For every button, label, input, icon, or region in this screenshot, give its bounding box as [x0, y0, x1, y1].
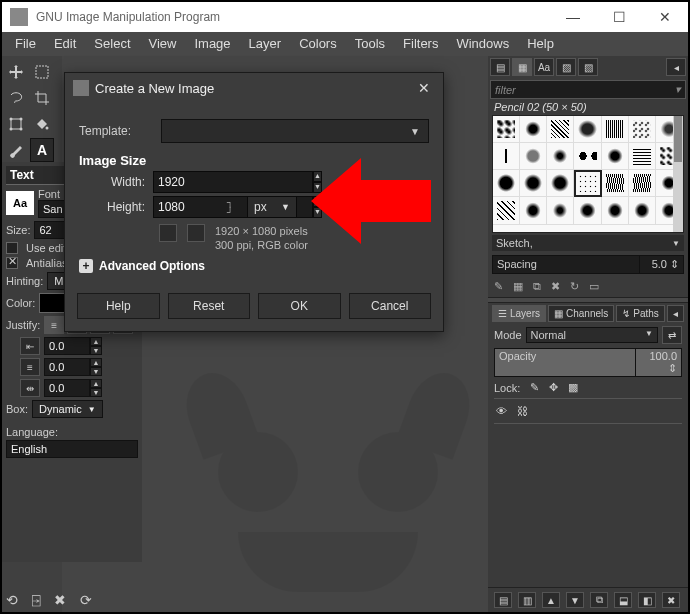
- menu-tools[interactable]: Tools: [346, 34, 394, 53]
- refresh-brush-icon[interactable]: ↻: [570, 280, 579, 293]
- brush-filter-input[interactable]: filter ▾: [490, 80, 686, 99]
- close-button[interactable]: ✕: [642, 2, 688, 32]
- unit-dropdown[interactable]: px: [247, 196, 297, 218]
- brush-tab-strip: ▤ ▦ Aa ▨ ▧ ◂: [488, 56, 688, 78]
- chain-link-icon[interactable]: ┐┘: [221, 197, 239, 217]
- del-brush-icon[interactable]: ✖: [551, 280, 560, 293]
- minimize-button[interactable]: —: [550, 2, 596, 32]
- menu-view[interactable]: View: [140, 34, 186, 53]
- lock-alpha-icon[interactable]: ▩: [568, 381, 578, 394]
- layer-row[interactable]: 👁 ⛓: [494, 403, 682, 419]
- box-dropdown[interactable]: Dynamic: [32, 400, 103, 418]
- spacing-label: Spacing: [492, 255, 640, 274]
- orientation-landscape-icon[interactable]: [187, 224, 205, 242]
- spacing-value[interactable]: 5.0 ⇕: [640, 255, 684, 274]
- brush-category-dropdown[interactable]: Sketch,: [492, 235, 684, 251]
- language-input[interactable]: [6, 440, 138, 458]
- move-tool[interactable]: [4, 60, 28, 84]
- layer-list[interactable]: 👁 ⛓: [494, 398, 682, 424]
- menu-edit[interactable]: Edit: [45, 34, 85, 53]
- link-icon[interactable]: ⛓: [517, 405, 528, 417]
- menubar: File Edit Select View Image Layer Colors…: [2, 32, 688, 54]
- tab-layers[interactable]: ☰Layers: [492, 305, 546, 322]
- mode-dropdown[interactable]: Normal: [526, 327, 658, 343]
- advanced-options-toggle[interactable]: + Advanced Options: [79, 259, 429, 273]
- crop-tool[interactable]: [30, 86, 54, 110]
- reset-options-icon[interactable]: ⟲: [6, 592, 18, 608]
- tab-icon-1[interactable]: ▤: [490, 58, 510, 76]
- brush-grid[interactable]: [492, 115, 684, 233]
- tab-icon-3[interactable]: Aa: [534, 58, 554, 76]
- lasso-tool[interactable]: [4, 86, 28, 110]
- transform-tool[interactable]: [4, 112, 28, 136]
- edit-brush-icon[interactable]: ✎: [494, 280, 503, 293]
- dialog-icon: [73, 80, 89, 96]
- brush-tool[interactable]: [4, 138, 28, 162]
- width-input[interactable]: ▲▼: [153, 171, 213, 193]
- layer-tab-strip: ☰Layers ▦Channels ↯Paths ◂: [488, 303, 688, 324]
- menu-image[interactable]: Image: [185, 34, 239, 53]
- layer-down-icon[interactable]: ▼: [566, 592, 584, 608]
- tab-icon-5[interactable]: ▧: [578, 58, 598, 76]
- menu-help[interactable]: Help: [518, 34, 563, 53]
- indent-spinner-3[interactable]: ▲▼: [44, 379, 102, 397]
- opacity-slider[interactable]: Opacity: [494, 348, 636, 377]
- menu-layer[interactable]: Layer: [240, 34, 291, 53]
- menu-file[interactable]: File: [6, 34, 45, 53]
- new-layer-icon[interactable]: ▤: [494, 592, 512, 608]
- width-label: Width:: [95, 175, 145, 189]
- mask-layer-icon[interactable]: ◧: [638, 592, 656, 608]
- menu-select[interactable]: Select: [85, 34, 139, 53]
- dup-brush-icon[interactable]: ⧉: [533, 280, 541, 293]
- reset-button[interactable]: Reset: [168, 293, 251, 319]
- menu-colors[interactable]: Colors: [290, 34, 346, 53]
- tab-icon-4[interactable]: ▨: [556, 58, 576, 76]
- maximize-button[interactable]: ☐: [596, 2, 642, 32]
- brush-spacing[interactable]: Spacing 5.0 ⇕: [492, 255, 684, 274]
- height-input[interactable]: ▲▼: [153, 196, 213, 218]
- cancel-button[interactable]: Cancel: [349, 293, 432, 319]
- delete-options-icon[interactable]: ✖: [54, 592, 66, 608]
- lock-move-icon[interactable]: ✥: [549, 381, 558, 394]
- indent-icon-2: ≡: [20, 358, 40, 376]
- menu-windows[interactable]: Windows: [447, 34, 518, 53]
- menu-filters[interactable]: Filters: [394, 34, 447, 53]
- lock-paint-icon[interactable]: ✎: [530, 381, 539, 394]
- visibility-icon[interactable]: 👁: [496, 405, 507, 417]
- merge-layer-icon[interactable]: ⬓: [614, 592, 632, 608]
- indent-spinner-1[interactable]: ▲▼: [44, 337, 102, 355]
- layer-group-icon[interactable]: ▥: [518, 592, 536, 608]
- orientation-portrait-icon[interactable]: [159, 224, 177, 242]
- tab-menu-icon[interactable]: ◂: [666, 58, 686, 76]
- text-tool[interactable]: A: [30, 138, 54, 162]
- indent-spinner-2[interactable]: ▲▼: [44, 358, 102, 376]
- restore-options-icon[interactable]: ⟳: [80, 592, 92, 608]
- bucket-tool[interactable]: [30, 112, 54, 136]
- rect-select-tool[interactable]: [30, 60, 54, 84]
- tab-icon-2[interactable]: ▦: [512, 58, 532, 76]
- open-brush-icon[interactable]: ▭: [589, 280, 599, 293]
- template-dropdown[interactable]: [161, 119, 429, 143]
- font-preview-swatch[interactable]: Aa: [6, 191, 34, 215]
- opacity-value[interactable]: 100.0 ⇕: [636, 348, 682, 377]
- dialog-close-button[interactable]: ✕: [413, 77, 435, 99]
- justify-label: Justify:: [6, 319, 40, 331]
- layer-tab-menu[interactable]: ◂: [667, 305, 684, 322]
- help-button[interactable]: Help: [77, 293, 160, 319]
- ok-button[interactable]: OK: [258, 293, 341, 319]
- justify-left-icon[interactable]: ≡: [44, 316, 64, 334]
- antialias-checkbox[interactable]: ✕: [6, 257, 18, 269]
- brush-scrollbar[interactable]: [673, 116, 683, 232]
- tab-paths[interactable]: ↯Paths: [616, 305, 665, 322]
- new-brush-icon[interactable]: ▦: [513, 280, 523, 293]
- use-editor-checkbox[interactable]: [6, 242, 18, 254]
- del-layer-icon[interactable]: ✖: [662, 592, 680, 608]
- indent-icon-1: ⇤: [20, 337, 40, 355]
- filter-dropdown-icon[interactable]: ▾: [675, 83, 681, 96]
- save-options-icon[interactable]: ⍈: [32, 592, 40, 608]
- tab-channels[interactable]: ▦Channels: [548, 305, 614, 322]
- mode-swap-icon[interactable]: ⇄: [662, 326, 682, 344]
- app-icon: [10, 8, 28, 26]
- layer-up-icon[interactable]: ▲: [542, 592, 560, 608]
- dup-layer-icon[interactable]: ⧉: [590, 592, 608, 608]
